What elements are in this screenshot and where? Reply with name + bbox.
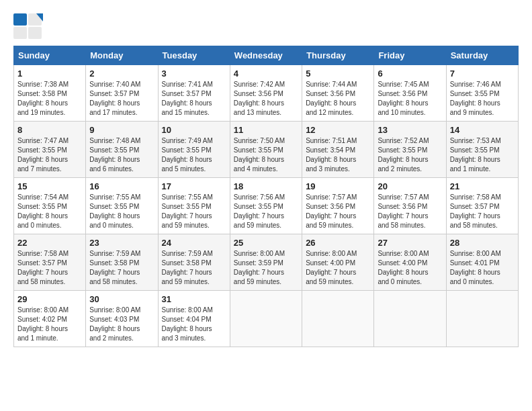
calendar-cell <box>446 291 518 347</box>
day-info: Sunrise: 8:00 AMSunset: 4:00 PMDaylight:… <box>306 249 370 287</box>
calendar-cell: 5Sunrise: 7:44 AMSunset: 3:56 PMDaylight… <box>302 65 374 122</box>
day-number: 30 <box>89 294 154 304</box>
day-info: Sunrise: 7:48 AMSunset: 3:55 PMDaylight:… <box>89 136 154 174</box>
day-info: Sunrise: 7:59 AMSunset: 3:58 PMDaylight:… <box>89 249 154 287</box>
calendar-cell: 7Sunrise: 7:46 AMSunset: 3:55 PMDaylight… <box>446 65 518 122</box>
calendar-cell: 26Sunrise: 8:00 AMSunset: 4:00 PMDayligh… <box>302 234 374 291</box>
day-number: 24 <box>162 238 226 248</box>
calendar-cell: 22Sunrise: 7:58 AMSunset: 3:57 PMDayligh… <box>14 234 86 291</box>
calendar-cell: 4Sunrise: 7:42 AMSunset: 3:56 PMDaylight… <box>230 65 302 122</box>
day-info: Sunrise: 8:00 AMSunset: 4:04 PMDaylight:… <box>162 306 226 343</box>
calendar-cell: 6Sunrise: 7:45 AMSunset: 3:56 PMDaylight… <box>374 65 446 122</box>
weekday-header-cell: Thursday <box>302 46 374 65</box>
calendar-cell: 30Sunrise: 8:00 AMSunset: 4:03 PMDayligh… <box>86 291 158 347</box>
day-number: 1 <box>17 68 82 79</box>
calendar-cell: 11Sunrise: 7:50 AMSunset: 3:55 PMDayligh… <box>230 122 302 178</box>
day-info: Sunrise: 7:44 AMSunset: 3:56 PMDaylight:… <box>306 80 370 118</box>
day-info: Sunrise: 7:51 AMSunset: 3:54 PMDaylight:… <box>306 136 370 174</box>
day-number: 8 <box>17 125 82 135</box>
day-number: 3 <box>162 68 226 79</box>
calendar-cell: 12Sunrise: 7:51 AMSunset: 3:54 PMDayligh… <box>302 122 374 178</box>
day-number: 20 <box>378 181 442 191</box>
day-info: Sunrise: 7:50 AMSunset: 3:55 PMDaylight:… <box>234 136 298 174</box>
day-info: Sunrise: 8:00 AMSunset: 3:59 PMDaylight:… <box>234 249 298 287</box>
day-number: 22 <box>17 238 82 248</box>
calendar-cell: 2Sunrise: 7:40 AMSunset: 3:57 PMDaylight… <box>86 65 158 122</box>
day-number: 28 <box>450 238 515 248</box>
day-info: Sunrise: 7:55 AMSunset: 3:55 PMDaylight:… <box>89 193 154 230</box>
calendar-body: 1Sunrise: 7:38 AMSunset: 3:58 PMDaylight… <box>14 65 519 347</box>
logo-icon <box>13 13 43 39</box>
day-info: Sunrise: 7:55 AMSunset: 3:55 PMDaylight:… <box>162 193 226 230</box>
calendar-cell: 20Sunrise: 7:57 AMSunset: 3:56 PMDayligh… <box>374 178 446 234</box>
calendar-cell: 17Sunrise: 7:55 AMSunset: 3:55 PMDayligh… <box>158 178 230 234</box>
calendar-cell: 18Sunrise: 7:56 AMSunset: 3:55 PMDayligh… <box>230 178 302 234</box>
calendar-week-row: 1Sunrise: 7:38 AMSunset: 3:58 PMDaylight… <box>14 65 519 122</box>
calendar-week-row: 15Sunrise: 7:54 AMSunset: 3:55 PMDayligh… <box>14 178 519 234</box>
day-info: Sunrise: 7:53 AMSunset: 3:55 PMDaylight:… <box>450 136 515 174</box>
day-info: Sunrise: 8:00 AMSunset: 4:00 PMDaylight:… <box>378 249 442 287</box>
calendar-cell: 13Sunrise: 7:52 AMSunset: 3:55 PMDayligh… <box>374 122 446 178</box>
day-info: Sunrise: 7:40 AMSunset: 3:57 PMDaylight:… <box>89 80 154 118</box>
day-number: 18 <box>234 181 298 191</box>
calendar-cell: 28Sunrise: 8:00 AMSunset: 4:01 PMDayligh… <box>446 234 518 291</box>
calendar-cell: 14Sunrise: 7:53 AMSunset: 3:55 PMDayligh… <box>446 122 518 178</box>
calendar-cell: 29Sunrise: 8:00 AMSunset: 4:02 PMDayligh… <box>14 291 86 347</box>
day-number: 19 <box>306 181 370 191</box>
calendar-cell: 27Sunrise: 8:00 AMSunset: 4:00 PMDayligh… <box>374 234 446 291</box>
day-number: 7 <box>450 68 515 79</box>
weekday-header-cell: Saturday <box>446 46 518 65</box>
calendar-cell: 24Sunrise: 7:59 AMSunset: 3:58 PMDayligh… <box>158 234 230 291</box>
logo <box>13 13 46 39</box>
calendar-cell: 23Sunrise: 7:59 AMSunset: 3:58 PMDayligh… <box>86 234 158 291</box>
day-info: Sunrise: 7:59 AMSunset: 3:58 PMDaylight:… <box>162 249 226 287</box>
day-info: Sunrise: 7:57 AMSunset: 3:56 PMDaylight:… <box>306 193 370 230</box>
day-number: 4 <box>234 68 298 79</box>
svg-rect-0 <box>13 13 27 26</box>
calendar-table: SundayMondayTuesdayWednesdayThursdayFrid… <box>13 46 519 347</box>
calendar-week-row: 29Sunrise: 8:00 AMSunset: 4:02 PMDayligh… <box>14 291 519 347</box>
day-info: Sunrise: 7:54 AMSunset: 3:55 PMDaylight:… <box>17 193 82 230</box>
day-info: Sunrise: 7:56 AMSunset: 3:55 PMDaylight:… <box>234 193 298 230</box>
calendar-week-row: 22Sunrise: 7:58 AMSunset: 3:57 PMDayligh… <box>14 234 519 291</box>
day-number: 21 <box>450 181 515 191</box>
day-number: 11 <box>234 125 298 135</box>
weekday-header-row: SundayMondayTuesdayWednesdayThursdayFrid… <box>14 46 519 65</box>
day-info: Sunrise: 7:42 AMSunset: 3:56 PMDaylight:… <box>234 80 298 118</box>
day-number: 16 <box>89 181 154 191</box>
calendar-cell <box>230 291 302 347</box>
day-number: 25 <box>234 238 298 248</box>
calendar-cell: 16Sunrise: 7:55 AMSunset: 3:55 PMDayligh… <box>86 178 158 234</box>
day-info: Sunrise: 7:58 AMSunset: 3:57 PMDaylight:… <box>450 193 515 230</box>
weekday-header-cell: Tuesday <box>158 46 230 65</box>
day-number: 12 <box>306 125 370 135</box>
day-info: Sunrise: 7:45 AMSunset: 3:56 PMDaylight:… <box>378 80 442 118</box>
day-info: Sunrise: 8:00 AMSunset: 4:01 PMDaylight:… <box>450 249 515 287</box>
calendar-cell: 1Sunrise: 7:38 AMSunset: 3:58 PMDaylight… <box>14 65 86 122</box>
day-number: 17 <box>162 181 226 191</box>
calendar-cell: 25Sunrise: 8:00 AMSunset: 3:59 PMDayligh… <box>230 234 302 291</box>
day-info: Sunrise: 7:46 AMSunset: 3:55 PMDaylight:… <box>450 80 515 118</box>
calendar-cell <box>374 291 446 347</box>
day-number: 6 <box>378 68 442 79</box>
calendar-cell: 10Sunrise: 7:49 AMSunset: 3:55 PMDayligh… <box>158 122 230 178</box>
day-info: Sunrise: 7:38 AMSunset: 3:58 PMDaylight:… <box>17 80 82 118</box>
calendar-cell: 3Sunrise: 7:41 AMSunset: 3:57 PMDaylight… <box>158 65 230 122</box>
svg-rect-4 <box>28 27 42 39</box>
weekday-header-cell: Friday <box>374 46 446 65</box>
day-info: Sunrise: 7:49 AMSunset: 3:55 PMDaylight:… <box>162 136 226 174</box>
day-number: 5 <box>306 68 370 79</box>
day-info: Sunrise: 7:58 AMSunset: 3:57 PMDaylight:… <box>17 249 82 287</box>
day-number: 31 <box>162 294 226 304</box>
day-number: 26 <box>306 238 370 248</box>
day-info: Sunrise: 7:41 AMSunset: 3:57 PMDaylight:… <box>162 80 226 118</box>
day-number: 29 <box>17 294 82 304</box>
day-info: Sunrise: 8:00 AMSunset: 4:03 PMDaylight:… <box>89 306 154 343</box>
page-header <box>13 13 519 39</box>
day-number: 15 <box>17 181 82 191</box>
day-info: Sunrise: 7:47 AMSunset: 3:55 PMDaylight:… <box>17 136 82 174</box>
day-number: 2 <box>89 68 154 79</box>
day-info: Sunrise: 7:57 AMSunset: 3:56 PMDaylight:… <box>378 193 442 230</box>
weekday-header-cell: Wednesday <box>230 46 302 65</box>
day-info: Sunrise: 7:52 AMSunset: 3:55 PMDaylight:… <box>378 136 442 174</box>
